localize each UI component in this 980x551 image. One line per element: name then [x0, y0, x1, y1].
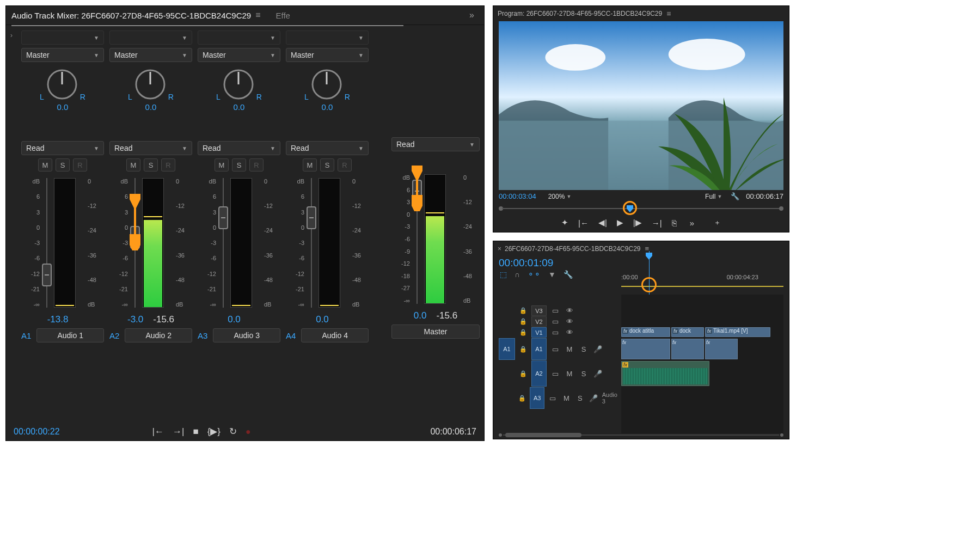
output-assignment-dropdown[interactable]: Master▼ [109, 48, 192, 62]
mute-button[interactable]: M [126, 158, 140, 172]
lock-icon[interactable]: 🔒 [518, 307, 528, 314]
video-clip[interactable]: dock atitla [621, 327, 670, 337]
track-id-toggle[interactable]: A1 [531, 338, 547, 360]
fader-handle[interactable] [218, 206, 228, 229]
channel-name[interactable]: Audio 4 [301, 328, 369, 342]
zoom-dropdown[interactable]: 200%▼ [546, 193, 574, 200]
track-id-toggle[interactable]: V1 [531, 327, 547, 338]
pan-dial[interactable] [222, 68, 255, 101]
program-scrub-bar[interactable] [499, 204, 783, 213]
toggle-track-output-icon[interactable]: ▭ [550, 328, 561, 336]
mute-icon[interactable]: M [561, 394, 572, 402]
timeline-h-scrollbar[interactable] [499, 432, 783, 438]
settings-wrench-icon[interactable]: 🔧 [564, 270, 573, 279]
output-assignment-dropdown[interactable]: Master▼ [21, 48, 104, 62]
automation-mode-dropdown[interactable]: Read▼ [21, 141, 104, 155]
program-playhead-marker[interactable] [625, 204, 635, 213]
record-enable-button[interactable]: R [73, 158, 87, 172]
close-sequence-icon[interactable]: × [498, 245, 501, 253]
scroll-zoom-out-handle[interactable] [499, 433, 502, 437]
nest-toggle-icon[interactable]: ⬚ [500, 270, 507, 279]
effects-collapse-strip[interactable]: › [8, 30, 18, 419]
volume-value[interactable]: 0.0 [228, 314, 241, 325]
lift-icon[interactable]: ⎘ [672, 218, 677, 228]
go-to-in-icon[interactable]: |← [578, 218, 589, 228]
scrub-out-handle[interactable] [779, 206, 783, 211]
volume-value[interactable]: -13.8 [47, 314, 69, 325]
stop-icon[interactable]: ■ [193, 426, 198, 437]
next-tab-peek[interactable]: Effe [276, 11, 290, 20]
go-to-out-icon[interactable]: →| [652, 218, 662, 228]
eye-icon[interactable]: 👁 [564, 307, 575, 315]
pan-dial[interactable] [310, 68, 344, 101]
play-icon[interactable]: ▶ [617, 218, 623, 228]
toggle-track-output-icon[interactable]: ▭ [550, 317, 561, 326]
step-forward-icon[interactable]: |▶ [633, 218, 642, 228]
track-id-toggle[interactable]: A2 [531, 360, 547, 387]
scroll-thumb[interactable] [505, 433, 581, 437]
record-enable-button[interactable]: R [338, 158, 352, 172]
eye-icon[interactable]: 👁 [564, 317, 575, 326]
automation-mode-dropdown[interactable]: Read▼ [109, 141, 192, 155]
fader-track[interactable] [219, 178, 227, 308]
volume-value[interactable]: 0.0 [414, 310, 427, 321]
timecode-in[interactable]: 00:00:00:22 [14, 427, 60, 437]
panel-menu-icon[interactable]: ≡ [251, 10, 265, 20]
fader-track[interactable] [413, 174, 421, 304]
fader-handle[interactable] [130, 226, 140, 249]
program-preview[interactable] [499, 21, 783, 190]
audio-clip[interactable] [621, 361, 709, 386]
toggle-track-output-icon[interactable]: ▭ [548, 394, 558, 402]
lock-icon[interactable]: 🔒 [517, 395, 526, 402]
track-id-toggle[interactable]: V2 [531, 316, 547, 327]
lock-icon[interactable]: 🔒 [518, 329, 528, 336]
toggle-track-output-icon[interactable]: ▭ [550, 370, 561, 378]
output-assignment-dropdown[interactable]: Master▼ [198, 48, 280, 62]
video-clip[interactable]: dock [671, 327, 704, 337]
pan-value[interactable]: 0.0 [57, 102, 69, 112]
audio-clip[interactable] [621, 339, 670, 359]
mute-button[interactable]: M [215, 158, 229, 172]
track-id-toggle[interactable]: A3 [530, 387, 544, 409]
pan-knob[interactable]: L R 0.0 [304, 65, 350, 114]
timeline-ruler[interactable]: :00:0000:00:04:23 [621, 272, 783, 292]
channel-name[interactable]: Audio 2 [125, 328, 192, 342]
record-icon[interactable]: ● [246, 427, 251, 437]
solo-button[interactable]: S [320, 158, 334, 172]
go-to-in-icon[interactable]: |← [152, 426, 164, 437]
timecode-out[interactable]: 00:00:06:17 [430, 427, 476, 437]
record-enable-button[interactable]: R [161, 158, 175, 172]
fader-handle[interactable] [307, 206, 316, 229]
automation-mode-dropdown[interactable]: Read▼ [198, 141, 280, 155]
solo-button[interactable]: S [144, 158, 158, 172]
pan-value[interactable]: 0.0 [234, 102, 245, 112]
pan-knob[interactable]: L R 0.0 [216, 65, 262, 114]
automation-mode-dropdown[interactable]: Read▼ [286, 141, 369, 155]
fader-track[interactable] [308, 178, 315, 308]
snap-icon[interactable]: ∩ [514, 270, 520, 279]
pan-dial[interactable] [45, 68, 79, 101]
linked-selection-icon[interactable]: ⚬⚬ [528, 270, 541, 279]
mute-button[interactable]: M [303, 158, 317, 172]
fader-track[interactable] [131, 178, 139, 308]
volume-value[interactable]: 0.0 [316, 314, 329, 325]
voice-over-icon[interactable]: 🎤 [592, 370, 603, 378]
program-timecode-right[interactable]: 00:00:06:17 [746, 192, 783, 200]
channel-name[interactable]: Audio 1 [36, 328, 104, 342]
automation-mode-dropdown-master[interactable]: Read ▼ [391, 137, 480, 151]
fader-track[interactable] [43, 178, 51, 308]
scroll-zoom-in-handle[interactable] [780, 433, 783, 437]
solo-icon[interactable]: S [575, 394, 585, 402]
channel-name-master[interactable]: Master [391, 325, 480, 339]
output-assignment-dropdown[interactable]: Master▼ [286, 48, 369, 62]
channel-name[interactable]: Audio 3 [213, 328, 280, 342]
mute-icon[interactable]: M [564, 370, 575, 378]
solo-icon[interactable]: S [578, 345, 589, 353]
track-content[interactable]: dock atitladockTikal1.mp4 [V] [621, 295, 783, 433]
fader-handle-master[interactable] [412, 180, 422, 203]
pan-dial[interactable] [133, 68, 167, 101]
marker-icon[interactable]: ▼ [548, 270, 556, 279]
lock-icon[interactable]: 🔒 [518, 346, 528, 353]
overflow-icon[interactable]: » [690, 218, 694, 228]
settings-wrench-icon[interactable]: 🔧 [727, 192, 743, 200]
